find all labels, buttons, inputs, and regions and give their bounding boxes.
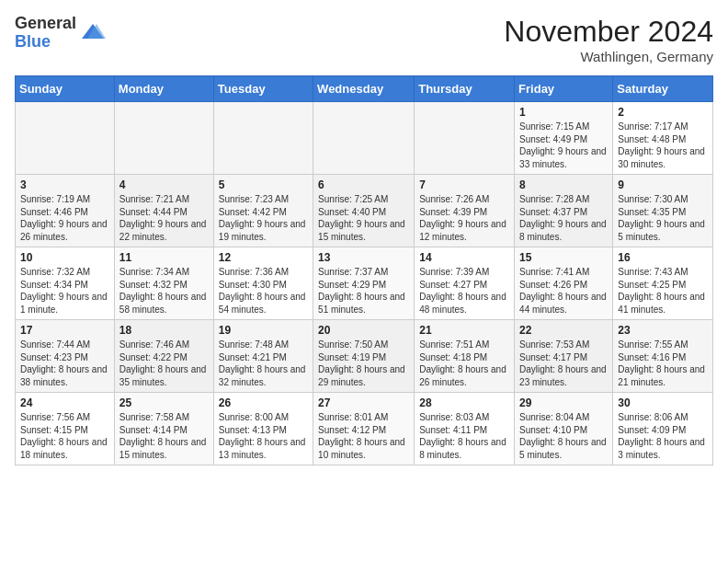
calendar-cell: 1Sunrise: 7:15 AM Sunset: 4:49 PM Daylig… <box>515 102 613 175</box>
location: Wathlingen, Germany <box>504 49 713 64</box>
day-number: 10 <box>20 251 109 264</box>
calendar-cell: 20Sunrise: 7:50 AM Sunset: 4:19 PM Dayli… <box>313 320 415 393</box>
day-number: 2 <box>618 106 708 119</box>
calendar-cell: 27Sunrise: 8:01 AM Sunset: 4:12 PM Dayli… <box>313 393 415 465</box>
calendar-cell: 13Sunrise: 7:37 AM Sunset: 4:29 PM Dayli… <box>313 247 415 320</box>
day-info: Sunrise: 7:26 AM Sunset: 4:39 PM Dayligh… <box>419 193 509 243</box>
day-number: 23 <box>618 324 708 337</box>
calendar-cell: 26Sunrise: 8:00 AM Sunset: 4:13 PM Dayli… <box>213 393 313 465</box>
calendar-cell: 19Sunrise: 7:48 AM Sunset: 4:21 PM Dayli… <box>213 320 313 393</box>
day-info: Sunrise: 7:19 AM Sunset: 4:46 PM Dayligh… <box>20 193 109 243</box>
day-info: Sunrise: 7:28 AM Sunset: 4:37 PM Dayligh… <box>519 193 608 243</box>
day-info: Sunrise: 7:48 AM Sunset: 4:21 PM Dayligh… <box>219 339 308 388</box>
day-info: Sunrise: 7:44 AM Sunset: 4:23 PM Dayligh… <box>20 339 109 388</box>
day-info: Sunrise: 7:41 AM Sunset: 4:26 PM Dayligh… <box>519 266 608 316</box>
calendar-header-row: SundayMondayTuesdayWednesdayThursdayFrid… <box>16 76 713 102</box>
day-info: Sunrise: 7:15 AM Sunset: 4:49 PM Dayligh… <box>519 121 608 170</box>
calendar-week-1: 1Sunrise: 7:15 AM Sunset: 4:49 PM Daylig… <box>16 102 713 175</box>
calendar-cell <box>114 102 213 175</box>
page-header: General Blue November 2024 Wathlingen, G… <box>15 15 713 64</box>
day-info: Sunrise: 7:53 AM Sunset: 4:17 PM Dayligh… <box>519 339 608 388</box>
calendar-cell: 11Sunrise: 7:34 AM Sunset: 4:32 PM Dayli… <box>114 247 213 320</box>
day-info: Sunrise: 7:25 AM Sunset: 4:40 PM Dayligh… <box>318 193 409 243</box>
day-number: 11 <box>119 251 209 264</box>
calendar-cell: 21Sunrise: 7:51 AM Sunset: 4:18 PM Dayli… <box>415 320 515 393</box>
day-number: 25 <box>119 396 209 409</box>
day-info: Sunrise: 7:21 AM Sunset: 4:44 PM Dayligh… <box>119 193 209 243</box>
header-wednesday: Wednesday <box>313 76 415 102</box>
header-saturday: Saturday <box>613 76 713 102</box>
day-number: 6 <box>318 178 409 191</box>
day-number: 17 <box>20 324 109 337</box>
calendar-cell <box>16 102 115 175</box>
calendar-cell: 10Sunrise: 7:32 AM Sunset: 4:34 PM Dayli… <box>16 247 115 320</box>
day-info: Sunrise: 7:17 AM Sunset: 4:48 PM Dayligh… <box>618 121 708 170</box>
day-info: Sunrise: 8:01 AM Sunset: 4:12 PM Dayligh… <box>318 411 409 461</box>
calendar-cell: 25Sunrise: 7:58 AM Sunset: 4:14 PM Dayli… <box>114 393 213 465</box>
day-number: 9 <box>618 178 708 191</box>
day-info: Sunrise: 8:06 AM Sunset: 4:09 PM Dayligh… <box>618 411 708 461</box>
day-number: 30 <box>618 396 708 409</box>
calendar-cell: 12Sunrise: 7:36 AM Sunset: 4:30 PM Dayli… <box>213 247 313 320</box>
day-number: 29 <box>519 396 608 409</box>
title-block: November 2024 Wathlingen, Germany <box>504 15 713 64</box>
header-monday: Monday <box>114 76 213 102</box>
day-number: 28 <box>419 396 509 409</box>
header-thursday: Thursday <box>415 76 515 102</box>
day-number: 14 <box>419 251 509 264</box>
day-number: 16 <box>618 251 708 264</box>
logo: General Blue <box>15 15 106 52</box>
day-number: 4 <box>119 178 209 191</box>
day-number: 26 <box>219 396 308 409</box>
calendar-cell: 2Sunrise: 7:17 AM Sunset: 4:48 PM Daylig… <box>613 102 713 175</box>
day-number: 5 <box>219 178 308 191</box>
day-number: 1 <box>519 106 608 119</box>
calendar-cell: 30Sunrise: 8:06 AM Sunset: 4:09 PM Dayli… <box>613 393 713 465</box>
day-info: Sunrise: 7:58 AM Sunset: 4:14 PM Dayligh… <box>119 411 209 461</box>
day-info: Sunrise: 7:51 AM Sunset: 4:18 PM Dayligh… <box>419 339 509 388</box>
calendar-week-2: 3Sunrise: 7:19 AM Sunset: 4:46 PM Daylig… <box>16 175 713 247</box>
calendar-cell: 15Sunrise: 7:41 AM Sunset: 4:26 PM Dayli… <box>515 247 613 320</box>
day-info: Sunrise: 7:43 AM Sunset: 4:25 PM Dayligh… <box>618 266 708 316</box>
day-info: Sunrise: 7:34 AM Sunset: 4:32 PM Dayligh… <box>119 266 209 316</box>
day-number: 20 <box>318 324 409 337</box>
day-number: 15 <box>519 251 608 264</box>
day-number: 21 <box>419 324 509 337</box>
day-info: Sunrise: 7:56 AM Sunset: 4:15 PM Dayligh… <box>20 411 109 461</box>
calendar-cell: 3Sunrise: 7:19 AM Sunset: 4:46 PM Daylig… <box>16 175 115 247</box>
day-number: 18 <box>119 324 209 337</box>
day-info: Sunrise: 7:39 AM Sunset: 4:27 PM Dayligh… <box>419 266 509 316</box>
month-title: November 2024 <box>504 15 713 49</box>
logo-general: General <box>15 15 76 33</box>
calendar-cell: 5Sunrise: 7:23 AM Sunset: 4:42 PM Daylig… <box>213 175 313 247</box>
day-info: Sunrise: 8:04 AM Sunset: 4:10 PM Dayligh… <box>519 411 608 461</box>
day-number: 3 <box>20 178 109 191</box>
header-tuesday: Tuesday <box>213 76 313 102</box>
calendar-cell: 17Sunrise: 7:44 AM Sunset: 4:23 PM Dayli… <box>16 320 115 393</box>
calendar-table: SundayMondayTuesdayWednesdayThursdayFrid… <box>15 75 713 465</box>
day-info: Sunrise: 7:36 AM Sunset: 4:30 PM Dayligh… <box>219 266 308 316</box>
day-number: 12 <box>219 251 308 264</box>
calendar-cell: 29Sunrise: 8:04 AM Sunset: 4:10 PM Dayli… <box>515 393 613 465</box>
calendar-cell: 14Sunrise: 7:39 AM Sunset: 4:27 PM Dayli… <box>415 247 515 320</box>
calendar-cell <box>415 102 515 175</box>
logo-icon <box>80 20 106 46</box>
calendar-cell: 22Sunrise: 7:53 AM Sunset: 4:17 PM Dayli… <box>515 320 613 393</box>
day-info: Sunrise: 7:37 AM Sunset: 4:29 PM Dayligh… <box>318 266 409 316</box>
calendar-cell: 6Sunrise: 7:25 AM Sunset: 4:40 PM Daylig… <box>313 175 415 247</box>
day-info: Sunrise: 7:50 AM Sunset: 4:19 PM Dayligh… <box>318 339 409 388</box>
calendar-cell <box>313 102 415 175</box>
calendar-cell: 18Sunrise: 7:46 AM Sunset: 4:22 PM Dayli… <box>114 320 213 393</box>
day-number: 19 <box>219 324 308 337</box>
day-number: 7 <box>419 178 509 191</box>
calendar-week-3: 10Sunrise: 7:32 AM Sunset: 4:34 PM Dayli… <box>16 247 713 320</box>
calendar-cell: 7Sunrise: 7:26 AM Sunset: 4:39 PM Daylig… <box>415 175 515 247</box>
day-info: Sunrise: 7:30 AM Sunset: 4:35 PM Dayligh… <box>618 193 708 243</box>
day-info: Sunrise: 8:00 AM Sunset: 4:13 PM Dayligh… <box>219 411 308 461</box>
logo-blue: Blue <box>15 33 76 52</box>
calendar-cell: 16Sunrise: 7:43 AM Sunset: 4:25 PM Dayli… <box>613 247 713 320</box>
day-number: 8 <box>519 178 608 191</box>
calendar-week-5: 24Sunrise: 7:56 AM Sunset: 4:15 PM Dayli… <box>16 393 713 465</box>
day-info: Sunrise: 8:03 AM Sunset: 4:11 PM Dayligh… <box>419 411 509 461</box>
day-number: 13 <box>318 251 409 264</box>
